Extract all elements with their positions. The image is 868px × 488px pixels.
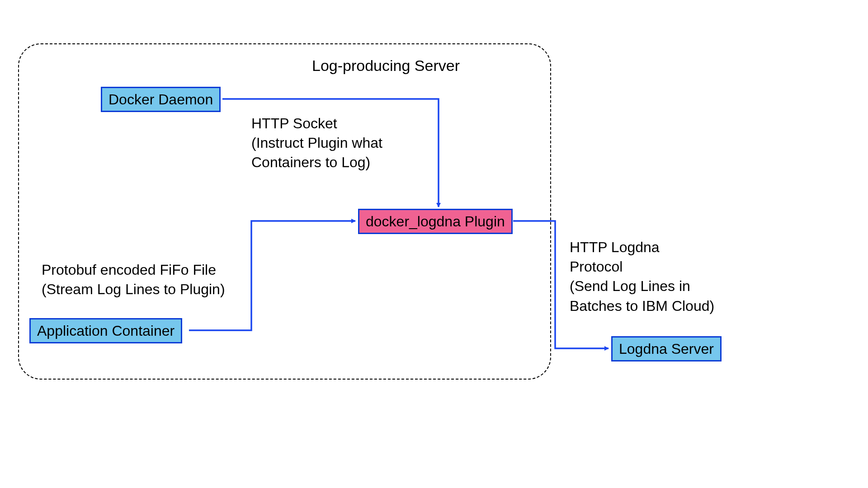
edge-label-protobuf-fifo: Protobuf encoded FiFo File (Stream Log L… <box>42 260 225 299</box>
diagram-canvas: Log-producing Server Docker Daemon Appli… <box>0 0 868 488</box>
edge-label-http-logdna: HTTP Logdna Protocol (Send Log Lines in … <box>570 238 714 316</box>
node-docker-daemon: Docker Daemon <box>101 87 221 112</box>
node-application-container: Application Container <box>29 318 182 343</box>
node-logdna-server: Logdna Server <box>611 336 722 361</box>
node-plugin: docker_logdna Plugin <box>358 209 513 234</box>
server-title: Log-producing Server <box>312 57 460 75</box>
edge-label-http-socket: HTTP Socket (Instruct Plugin what Contai… <box>251 114 382 173</box>
